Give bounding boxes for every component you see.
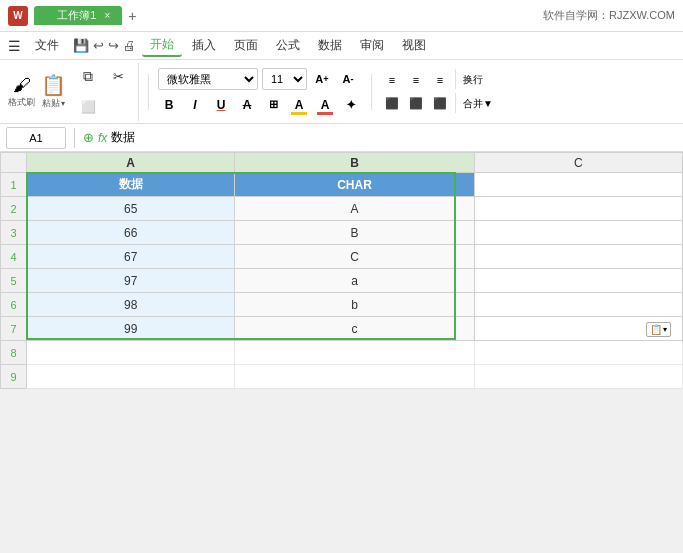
table-row: 3 66 B (1, 221, 683, 245)
new-tab-button[interactable]: + (128, 8, 136, 24)
cell-a2[interactable]: 65 (27, 197, 235, 221)
copy-cut-group: ⧉ ✂ ⬜ (74, 63, 139, 121)
font-name-select[interactable]: 微软雅黑 (158, 68, 258, 90)
menu-item-insert[interactable]: 插入 (184, 35, 224, 56)
cell-reference-input[interactable] (6, 127, 66, 149)
cell-a5[interactable]: 97 (27, 269, 235, 293)
row-num-9: 9 (1, 365, 27, 389)
cell-c6[interactable] (474, 293, 682, 317)
align-right-button[interactable]: ⬛ (429, 93, 451, 115)
cell-b1[interactable]: CHAR (235, 173, 474, 197)
font-decrease-button[interactable]: A- (337, 68, 359, 90)
function-icon[interactable]: fx (98, 131, 107, 145)
col-a-header[interactable]: A (27, 153, 235, 173)
font-format-row: B I U A ⊞ A A ✦ (158, 94, 362, 116)
cell-b7[interactable]: c (235, 317, 474, 341)
cell-b8[interactable] (235, 341, 474, 365)
font-size-select[interactable]: 11 (262, 68, 307, 90)
paste-label: 粘贴 ▾ (42, 97, 65, 110)
cell-a1[interactable]: 数据 (27, 173, 235, 197)
align-left-button[interactable]: ⬛ (381, 93, 403, 115)
col-b-header[interactable]: B (235, 153, 474, 173)
menu-item-review[interactable]: 审阅 (352, 35, 392, 56)
cell-c1[interactable] (474, 173, 682, 197)
zoom-formula-icon[interactable]: ⊕ (83, 130, 94, 145)
menu-item-page[interactable]: 页面 (226, 35, 266, 56)
highlight-button[interactable]: A (288, 94, 310, 116)
clear-format-button[interactable]: ✦ (340, 94, 362, 116)
italic-button[interactable]: I (184, 94, 206, 116)
redo-icon[interactable]: ↪ (108, 38, 119, 53)
align-divider2 (455, 93, 456, 113)
strikethrough-button[interactable]: A (236, 94, 258, 116)
formula-input[interactable] (111, 127, 677, 149)
cell-c8[interactable] (474, 341, 682, 365)
formula-divider (74, 128, 75, 148)
cell-c3[interactable] (474, 221, 682, 245)
menu-item-start[interactable]: 开始 (142, 34, 182, 57)
font-color-button[interactable]: A (314, 94, 336, 116)
row-num-5: 5 (1, 269, 27, 293)
align-top-right-button[interactable]: ≡ (429, 69, 451, 91)
cell-c2[interactable] (474, 197, 682, 221)
merge-button[interactable]: 合并▼ (460, 93, 496, 115)
cell-c5[interactable] (474, 269, 682, 293)
corner-header (1, 153, 27, 173)
alignment-group: ≡ ≡ ≡ 换行 ⬛ ⬛ ⬛ 合并▼ (381, 69, 496, 115)
close-tab-icon[interactable]: × (104, 10, 110, 21)
column-header-row: A B C (1, 153, 683, 173)
title-bar: W S 工作簿1 × + 软件自学网：RJZXW.COM (0, 0, 683, 32)
paste-button[interactable]: 📋 粘贴 ▾ (41, 73, 66, 110)
row-num-1: 1 (1, 173, 27, 197)
cell-a9[interactable] (27, 365, 235, 389)
wrap-text-button[interactable]: 换行 (460, 69, 486, 91)
table-row: 5 97 a (1, 269, 683, 293)
cut-button[interactable]: ✂ (104, 63, 132, 91)
font-increase-button[interactable]: A+ (311, 68, 333, 90)
undo-icon[interactable]: ↩ (93, 38, 104, 53)
cell-a6[interactable]: 98 (27, 293, 235, 317)
format-painter-icon: 🖌 (13, 75, 31, 96)
col-c-header[interactable]: C (474, 153, 682, 173)
cell-b4[interactable]: C (235, 245, 474, 269)
align-top-center-button[interactable]: ≡ (405, 69, 427, 91)
row-num-3: 3 (1, 221, 27, 245)
cell-a3[interactable]: 66 (27, 221, 235, 245)
cell-b3[interactable]: B (235, 221, 474, 245)
cell-a4[interactable]: 67 (27, 245, 235, 269)
border-button[interactable]: ⊞ (262, 94, 284, 116)
print-icon[interactable]: 🖨 (123, 38, 136, 53)
cell-b9[interactable] (235, 365, 474, 389)
format-painter-button[interactable]: 🖌 格式刷 (8, 75, 35, 109)
hamburger-menu[interactable]: ☰ (8, 38, 21, 54)
menu-item-view[interactable]: 视图 (394, 35, 434, 56)
copy2-button[interactable]: ⬜ (74, 93, 102, 121)
file-tab[interactable]: S 工作簿1 × (34, 6, 122, 25)
cell-a7[interactable]: 99 (27, 317, 235, 341)
spreadsheet-area: A B C 1 数据 CHAR 2 65 A 3 66 (0, 152, 683, 389)
table-row: 1 数据 CHAR (1, 173, 683, 197)
align-center-button[interactable]: ⬛ (405, 93, 427, 115)
cell-b5[interactable]: a (235, 269, 474, 293)
cell-b2[interactable]: A (235, 197, 474, 221)
cell-a8[interactable] (27, 341, 235, 365)
menu-item-file[interactable]: 文件 (27, 35, 67, 56)
align-top-left-button[interactable]: ≡ (381, 69, 403, 91)
paste-options-button[interactable]: 📋 ▾ (646, 322, 671, 337)
bold-button[interactable]: B (158, 94, 180, 116)
menu-item-formula[interactable]: 公式 (268, 35, 308, 56)
cell-c4[interactable] (474, 245, 682, 269)
cell-c9[interactable] (474, 365, 682, 389)
cell-b6[interactable]: b (235, 293, 474, 317)
spreadsheet-grid: A B C 1 数据 CHAR 2 65 A 3 66 (0, 152, 683, 389)
copy-button[interactable]: ⧉ (74, 63, 102, 91)
table-row: 9 (1, 365, 683, 389)
save-icon[interactable]: 💾 (73, 38, 89, 53)
menu-item-data[interactable]: 数据 (310, 35, 350, 56)
font-group: 微软雅黑 11 A+ A- B I U A ⊞ A A ✦ (158, 68, 362, 116)
underline-button[interactable]: U (210, 94, 232, 116)
toolbar: 🖌 格式刷 📋 粘贴 ▾ ⧉ ✂ ⬜ 微软雅黑 11 (0, 60, 683, 124)
paste-options-icon: 📋 (650, 324, 662, 335)
hamburger-icon[interactable]: ☰ (8, 38, 21, 54)
align-divider (455, 69, 456, 89)
